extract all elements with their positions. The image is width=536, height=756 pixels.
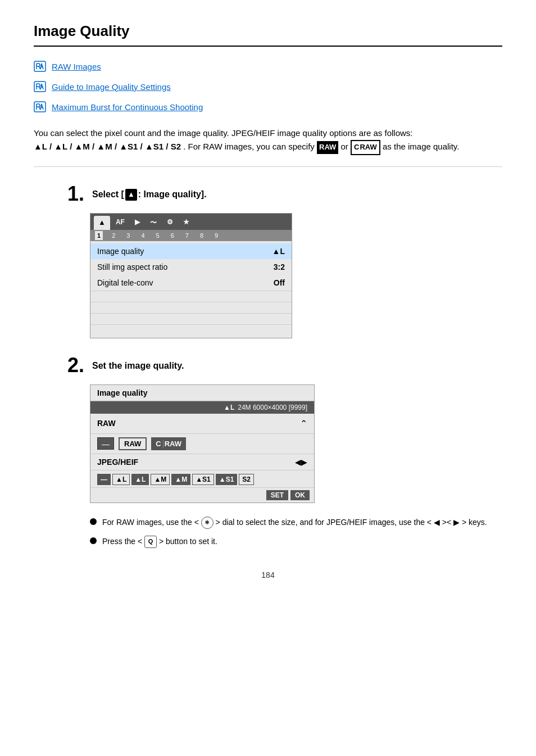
bullet-item-2: Press the < Q > button to set it.: [90, 536, 502, 548]
menu-tab-af: AF: [111, 216, 129, 230]
quick-btn-icon: Q: [144, 536, 157, 548]
menu-items: Image quality ▲L Still img aspect ratio …: [90, 241, 292, 338]
jpeg-am2-btn[interactable]: ▲M: [171, 474, 190, 485]
menu-empty-4: [90, 324, 292, 336]
step1-text: Select [▲: Image quality].: [92, 188, 207, 201]
toc-list: RAW Images Guide to Image Quality Settin…: [34, 60, 502, 113]
step2-text: Set the image quality.: [92, 360, 184, 372]
menu-num-9: 9: [212, 231, 220, 240]
menu-item-iq-value: ▲L: [272, 247, 285, 256]
menu-empty-2: [90, 302, 292, 313]
toc-item-max-burst: Maximum Burst for Continuous Shooting: [34, 101, 502, 113]
ok-btn[interactable]: OK: [290, 490, 310, 500]
step1-header: 1. Select [▲: Image quality].: [67, 184, 502, 204]
menu-item-aspect-label: Still img aspect ratio: [97, 262, 167, 271]
page-number: 184: [34, 571, 502, 580]
menu-num-1: 1: [95, 231, 103, 240]
step2-container: 2. Set the image quality. Image quality …: [34, 355, 502, 549]
menu-tab-gear: ⚙: [162, 216, 178, 230]
bullet-dot-2: [90, 537, 97, 544]
jpeg-label: JPEG/HEIF: [97, 458, 138, 467]
menu-num-3: 3: [124, 231, 132, 240]
jpeg-as1-btn[interactable]: ▲S1: [192, 474, 214, 485]
step2-header: 2. Set the image quality.: [67, 355, 502, 375]
menu-screenshot: ▲ AF ▶ 〜 ⚙ ★ 1 2 3 4 5 6 7 8 9 Image qua…: [90, 213, 292, 338]
menu-num-2: 2: [110, 231, 117, 240]
intro-text2: . For RAW images, you can specify: [183, 142, 317, 151]
craw-btn[interactable]: CRAW: [151, 437, 186, 450]
raw-label: RAW: [97, 419, 116, 428]
quality-preview-bar: ▲L 24M 6000×4000 [9999]: [90, 401, 314, 414]
jpeg-al-btn[interactable]: ▲L: [112, 474, 130, 485]
toc-link-raw[interactable]: RAW Images: [52, 62, 101, 71]
jpeg-nav-icon[interactable]: ◀▶: [295, 458, 307, 467]
menu-tab-wave: 〜: [146, 216, 161, 230]
jpeg-am-btn[interactable]: ▲M: [151, 474, 170, 485]
step1-container: 1. Select [▲: Image quality]. ▲ AF ▶ 〜 ⚙…: [34, 184, 502, 338]
menu-num-7: 7: [183, 231, 191, 240]
intro-text1: You can select the pixel count and the i…: [34, 128, 413, 138]
raw-badge-inline: RAW: [317, 141, 338, 154]
jpeg-section: JPEG/HEIF ◀▶: [90, 454, 314, 470]
intro-text4: as the image quality.: [383, 142, 459, 151]
menu-tab-numbers: 1 2 3 4 5 6 7 8 9: [90, 230, 292, 241]
dial-icon: ⚛: [201, 517, 214, 529]
step2-number: 2.: [67, 355, 84, 375]
raw-buttons: — RAW CRAW: [90, 434, 314, 454]
bullet-text-1: For RAW images, use the < ⚛ > dial to se…: [102, 517, 487, 529]
jpeg-as12-btn[interactable]: ▲S1: [216, 474, 238, 485]
menu-empty-1: [90, 291, 292, 302]
toc-icon-raw: [34, 60, 46, 73]
menu-num-5: 5: [154, 231, 162, 240]
menu-num-6: 6: [169, 231, 176, 240]
raw-arrow-icon: ⌃: [300, 418, 307, 429]
bullet-item-1: For RAW images, use the < ⚛ > dial to se…: [90, 517, 502, 529]
quality-preview-icon: ▲L: [224, 404, 234, 411]
step1-number: 1.: [67, 184, 84, 204]
menu-tab-camera: ▲: [94, 216, 110, 230]
bullet-list: For RAW images, use the < ⚛ > dial to se…: [90, 517, 502, 549]
quality-panel-title: Image quality: [90, 385, 314, 401]
jpeg-buttons: — ▲L ▲L ▲M ▲M ▲S1 ▲S1 S2: [90, 470, 314, 488]
set-btn[interactable]: SET: [266, 490, 288, 500]
menu-tab-play: ▶: [130, 216, 144, 230]
menu-num-8: 8: [198, 231, 206, 240]
menu-item-tele: Digital tele-conv Off: [90, 275, 292, 291]
toc-item-raw: RAW Images: [34, 60, 502, 73]
menu-empty-3: [90, 313, 292, 324]
jpeg-dash-btn[interactable]: —: [97, 474, 111, 485]
bullet-text-2: Press the < Q > button to set it.: [102, 536, 217, 548]
toc-link-guide[interactable]: Guide to Image Quality Settings: [52, 82, 171, 92]
menu-item-aspect-value: 3:2: [274, 262, 285, 271]
menu-item-image-quality: Image quality ▲L: [90, 243, 292, 259]
menu-item-aspect: Still img aspect ratio 3:2: [90, 259, 292, 275]
intro-text3: or: [341, 142, 351, 151]
intro-paragraph: You can select the pixel count and the i…: [34, 126, 502, 167]
quality-preview-text: 24M 6000×4000 [9999]: [238, 404, 307, 411]
bullet-dot-1: [90, 518, 97, 525]
toc-item-guide: Guide to Image Quality Settings: [34, 80, 502, 93]
raw-btn[interactable]: RAW: [119, 437, 147, 450]
raw-section: RAW ⌃: [90, 414, 314, 434]
jpeg-s2-btn[interactable]: S2: [239, 474, 254, 485]
menu-item-tele-value: Off: [274, 278, 285, 287]
quality-panel: Image quality ▲L 24M 6000×4000 [9999] RA…: [90, 384, 315, 503]
jpeg-al2-btn[interactable]: ▲L: [131, 474, 149, 485]
menu-tabs: ▲ AF ▶ 〜 ⚙ ★: [90, 214, 292, 230]
menu-num-4: 4: [139, 231, 147, 240]
toc-icon-max-burst: [34, 101, 46, 113]
menu-tab-star: ★: [179, 216, 194, 230]
raw-dash-btn[interactable]: —: [97, 437, 114, 450]
craw-badge-inline: RAW: [351, 140, 380, 155]
quality-footer: SET OK: [90, 488, 314, 503]
page-title: Image Quality: [34, 22, 502, 47]
toc-link-max-burst[interactable]: Maximum Burst for Continuous Shooting: [52, 102, 203, 112]
menu-item-iq-label: Image quality: [97, 247, 144, 256]
menu-item-tele-label: Digital tele-conv: [97, 278, 153, 287]
toc-icon-guide: [34, 80, 46, 93]
quality-symbols: ▲L / ▲L / ▲M / ▲M / ▲S1 / ▲S1 / S2: [34, 142, 183, 151]
